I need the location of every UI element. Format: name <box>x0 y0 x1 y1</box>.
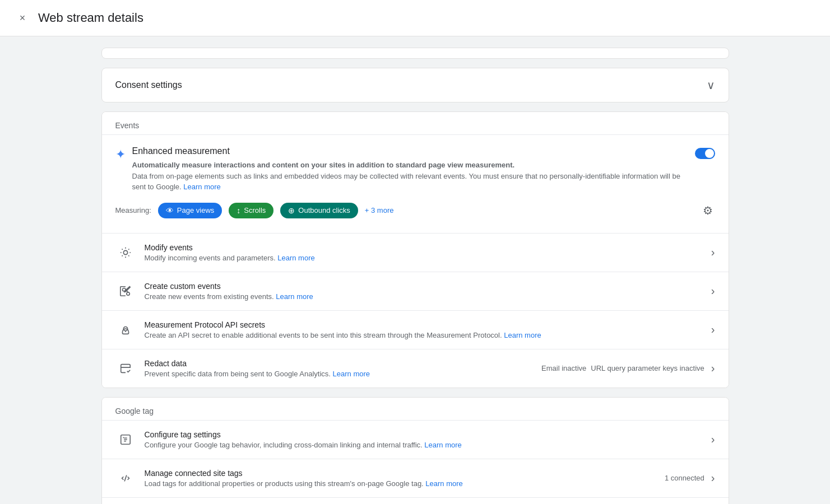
view-tag-instructions-item[interactable]: 1 → View tag instructions Get instructio… <box>102 498 729 505</box>
configure-tag-chevron: › <box>711 433 715 446</box>
measurement-protocol-content: Measurement Protocol API secrets Create … <box>145 320 711 339</box>
em-desc-bold: Automatically measure interactions and c… <box>132 161 515 169</box>
manage-connected-tags-meta: 1 connected <box>665 474 704 482</box>
em-top: ✦ Enhanced measurement Automatically mea… <box>115 146 715 193</box>
modify-events-chevron: › <box>711 246 715 259</box>
consent-chevron-icon: ∨ <box>707 78 715 92</box>
redact-data-title: Redact data <box>145 359 542 368</box>
modify-events-content: Modify events Modify incoming events and… <box>145 243 711 262</box>
manage-connected-tags-chevron: › <box>711 472 715 484</box>
measurement-protocol-learn-more[interactable]: Learn more <box>504 331 541 339</box>
consent-settings-card: Consent settings ∨ <box>101 68 729 102</box>
page-header: × Web stream details <box>0 0 830 36</box>
events-section: Events ✦ Enhanced measurement Automatica… <box>101 111 729 388</box>
chip-outbound-clicks: ⊕ Outbound clicks <box>280 203 358 218</box>
measurement-protocol-chevron: › <box>711 323 715 336</box>
close-button[interactable]: × <box>13 9 31 27</box>
configure-tag-content: Configure tag settings Configure your Go… <box>145 430 711 449</box>
em-toggle-area <box>695 146 715 159</box>
redact-data-icon <box>115 358 136 379</box>
enhanced-measurement-icon: ✦ <box>115 147 126 162</box>
scroll-icon: ↕ <box>237 206 240 215</box>
url-query-inactive-label: URL query parameter keys inactive <box>591 364 704 372</box>
google-tag-section: Google tag 2 → Configure tag settings Co… <box>101 397 729 505</box>
create-custom-events-chevron: › <box>711 284 715 297</box>
em-learn-more-link[interactable]: Learn more <box>183 183 220 191</box>
redact-data-content: Redact data Prevent specific data from b… <box>145 359 542 378</box>
manage-connected-tags-learn-more[interactable]: Learn more <box>425 479 462 488</box>
measurement-protocol-item[interactable]: Measurement Protocol API secrets Create … <box>102 311 729 349</box>
create-custom-events-learn-more[interactable]: Learn more <box>276 292 313 301</box>
measuring-row: Measuring: 👁 Page views ↕ Scrolls ⊕ Outb… <box>115 193 715 222</box>
create-custom-events-icon <box>115 281 136 301</box>
consent-settings-title: Consent settings <box>115 80 182 90</box>
svg-rect-5 <box>123 437 124 438</box>
create-custom-events-title: Create custom events <box>145 282 711 291</box>
manage-connected-tags-title: Manage connected site tags <box>145 469 665 478</box>
manage-connected-tags-desc: Load tags for additional properties or p… <box>145 479 665 488</box>
em-top-left: ✦ Enhanced measurement Automatically mea… <box>115 146 686 193</box>
redact-data-desc: Prevent specific data from being sent to… <box>145 370 542 378</box>
top-stub-card <box>101 48 729 59</box>
redact-data-chevron: › <box>711 362 715 375</box>
manage-connected-tags-icon <box>115 468 136 488</box>
svg-point-2 <box>126 292 129 295</box>
em-text: Enhanced measurement Automatically measu… <box>132 146 686 193</box>
chip-scrolls: ↕ Scrolls <box>229 203 273 218</box>
measuring-label: Measuring: <box>115 206 151 214</box>
chip-outbound-clicks-label: Outbound clicks <box>298 206 350 214</box>
modify-events-desc: Modify incoming events and parameters. L… <box>145 254 711 262</box>
modify-events-icon <box>115 242 136 263</box>
em-desc: Automatically measure interactions and c… <box>132 160 686 193</box>
chip-page-views: 👁 Page views <box>158 203 222 218</box>
manage-connected-tags-content: Manage connected site tags Load tags for… <box>145 469 665 488</box>
configure-tag-icon <box>115 430 136 450</box>
configure-tag-learn-more[interactable]: Learn more <box>424 441 461 449</box>
configure-tag-title: Configure tag settings <box>145 430 711 439</box>
create-custom-events-desc: Create new events from existing events. … <box>145 292 711 301</box>
consent-settings-header[interactable]: Consent settings ∨ <box>102 68 729 102</box>
manage-connected-tags-item[interactable]: Manage connected site tags Load tags for… <box>102 459 729 498</box>
chip-scrolls-label: Scrolls <box>244 206 266 214</box>
more-chips-link[interactable]: + 3 more <box>365 206 394 214</box>
redact-data-item[interactable]: Redact data Prevent specific data from b… <box>102 349 729 388</box>
configure-tag-settings-item[interactable]: 2 → Configure tag settings Configure you… <box>102 421 729 459</box>
measuring-settings-button[interactable]: ⚙ <box>701 202 715 220</box>
click-icon: ⊕ <box>288 206 295 215</box>
events-section-label: Events <box>102 112 729 135</box>
connected-count-label: 1 connected <box>665 474 704 482</box>
svg-point-0 <box>123 250 127 254</box>
em-title: Enhanced measurement <box>132 146 686 156</box>
main-content: Consent settings ∨ Events ✦ Enhanced mea… <box>79 36 752 504</box>
create-custom-events-content: Create custom events Create new events f… <box>145 282 711 301</box>
enhanced-measurement-card: ✦ Enhanced measurement Automatically mea… <box>102 135 729 234</box>
page-title: Web stream details <box>38 11 143 25</box>
modify-events-item[interactable]: Modify events Modify incoming events and… <box>102 234 729 272</box>
enhanced-measurement-toggle[interactable] <box>695 148 715 159</box>
measurement-protocol-desc: Create an API secret to enable additiona… <box>145 331 711 339</box>
modify-events-learn-more[interactable]: Learn more <box>277 254 314 262</box>
measurement-protocol-title: Measurement Protocol API secrets <box>145 320 711 329</box>
configure-tag-desc: Configure your Google tag behavior, incl… <box>145 441 711 449</box>
measurement-protocol-icon <box>115 320 136 340</box>
google-tag-section-label: Google tag <box>102 398 729 421</box>
modify-events-title: Modify events <box>145 243 711 252</box>
redact-data-meta: Email inactive URL query parameter keys … <box>541 364 704 372</box>
redact-data-learn-more[interactable]: Learn more <box>333 370 370 378</box>
email-inactive-label: Email inactive <box>541 364 586 372</box>
eye-icon: 👁 <box>166 206 174 215</box>
create-custom-events-item[interactable]: Create custom events Create new events f… <box>102 272 729 311</box>
chip-page-views-label: Page views <box>177 206 214 214</box>
